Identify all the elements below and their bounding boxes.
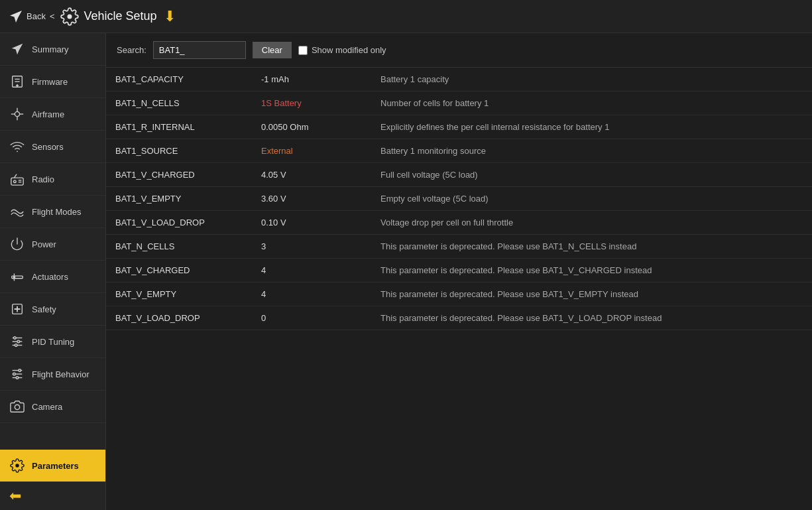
sidebar-label-flight-behavior: Flight Behavior <box>32 369 89 379</box>
param-description: This parameter is deprecated. Please use… <box>371 259 812 283</box>
show-modified-text: Show modified only <box>312 45 386 55</box>
sidebar-item-power[interactable]: Power <box>0 228 105 261</box>
sidebar-label-sensors: Sensors <box>32 142 64 152</box>
table-row[interactable]: BAT1_V_EMPTY3.60 VEmpty cell voltage (5C… <box>106 187 812 211</box>
pid-tuning-icon <box>9 334 25 350</box>
gear-icon <box>60 7 79 26</box>
svg-point-31 <box>13 373 16 375</box>
sidebar-item-pid-tuning[interactable]: PID Tuning <box>0 326 105 358</box>
sidebar-label-camera: Camera <box>32 402 62 412</box>
svg-line-13 <box>14 174 17 178</box>
param-name: BAT_N_CELLS <box>106 235 252 259</box>
param-description: Voltage drop per cell on full throttle <box>371 211 812 235</box>
vehicle-setup-title: Vehicle Setup <box>60 7 157 26</box>
param-name: BAT1_V_CHARGED <box>106 163 252 187</box>
sidebar-item-radio[interactable]: Radio <box>0 163 105 196</box>
sidebar-item-flight-behavior[interactable]: Flight Behavior <box>0 358 105 391</box>
sidebar-label-summary: Summary <box>32 44 69 54</box>
sidebar-item-sensors[interactable]: Sensors <box>0 131 105 163</box>
svg-point-27 <box>15 344 17 347</box>
table-row[interactable]: BAT_V_EMPTY4This parameter is deprecated… <box>106 283 812 306</box>
table-row[interactable]: BAT_V_CHARGED4This parameter is deprecat… <box>106 259 812 283</box>
param-description: This parameter is deprecated. Please use… <box>371 235 812 259</box>
svg-point-3 <box>15 111 19 116</box>
sidebar-label-flight-modes: Flight Modes <box>32 207 81 217</box>
param-description: Explicitly defines the per cell internal… <box>371 115 812 139</box>
power-icon <box>9 236 25 252</box>
table-row[interactable]: BAT1_SOURCEExternalBattery 1 monitoring … <box>106 139 812 163</box>
download-arrow-icon: ⬇ <box>164 8 176 25</box>
table-row[interactable]: BAT1_R_INTERNAL0.0050 OhmExplicitly defi… <box>106 115 812 139</box>
param-description: Empty cell voltage (5C load) <box>371 187 812 211</box>
flight-modes-icon <box>9 204 25 220</box>
param-name: BAT1_SOURCE <box>106 139 252 163</box>
param-name: BAT1_V_LOAD_DROP <box>106 211 252 235</box>
svg-point-16 <box>13 276 16 279</box>
back-label: Back <box>27 11 46 21</box>
back-button[interactable]: Back < <box>8 9 55 25</box>
show-modified-checkbox[interactable] <box>298 46 308 55</box>
show-modified-label[interactable]: Show modified only <box>298 45 386 55</box>
flight-behavior-icon <box>9 366 25 382</box>
param-description: This parameter is deprecated. Please use… <box>371 283 812 306</box>
param-description: Number of cells for battery 1 <box>371 92 812 115</box>
bottom-arrow: ⬅ <box>0 482 105 510</box>
param-value: External <box>252 139 371 163</box>
sidebar-item-firmware[interactable]: Firmware <box>0 66 105 98</box>
sidebar-item-safety[interactable]: Safety <box>0 293 105 326</box>
param-name: BAT1_R_INTERNAL <box>106 115 252 139</box>
sidebar-item-airframe[interactable]: Airframe <box>0 98 105 131</box>
firmware-icon <box>9 74 25 90</box>
param-name: BAT1_CAPACITY <box>106 68 252 92</box>
param-name: BAT1_N_CELLS <box>106 92 252 115</box>
param-value: 0 <box>252 306 371 330</box>
plane-icon <box>8 9 24 25</box>
safety-icon <box>9 301 25 317</box>
param-name: BAT1_V_EMPTY <box>106 187 252 211</box>
param-value: 3.60 V <box>252 187 371 211</box>
table-row[interactable]: BAT1_V_LOAD_DROP0.10 VVoltage drop per c… <box>106 211 812 235</box>
page-title: Vehicle Setup <box>84 9 157 23</box>
chevron: < <box>50 11 55 21</box>
parameters-gear-icon <box>9 458 25 474</box>
svg-point-34 <box>15 405 19 409</box>
svg-point-33 <box>16 377 19 379</box>
param-description: Battery 1 monitoring source <box>371 139 812 163</box>
table-row[interactable]: BAT_N_CELLS3This parameter is deprecated… <box>106 235 812 259</box>
param-name: BAT_V_LOAD_DROP <box>106 306 252 330</box>
table-row[interactable]: BAT1_N_CELLS1S BatteryNumber of cells fo… <box>106 92 812 115</box>
plane-nav-icon <box>9 41 25 57</box>
sidebar-label-power: Power <box>32 239 56 249</box>
param-value: -1 mAh <box>252 68 371 92</box>
param-value: 4.05 V <box>252 163 371 187</box>
sidebar-item-flight-modes[interactable]: Flight Modes <box>0 196 105 228</box>
table-row[interactable]: BAT1_V_CHARGED4.05 VFull cell voltage (5… <box>106 163 812 187</box>
actuators-icon <box>9 269 25 285</box>
svg-point-23 <box>14 337 17 340</box>
sidebar-label-airframe: Airframe <box>32 109 64 119</box>
sidebar-label-pid-tuning: PID Tuning <box>32 337 74 347</box>
sidebar-label-safety: Safety <box>32 304 56 314</box>
param-value: 0.0050 Ohm <box>252 115 371 139</box>
param-name: BAT_V_EMPTY <box>106 283 252 306</box>
radio-icon <box>9 171 25 187</box>
camera-icon <box>9 399 25 414</box>
sidebar-label-parameters: Parameters <box>32 461 79 471</box>
airframe-icon <box>9 106 25 122</box>
sidebar-item-parameters[interactable]: Parameters <box>0 450 105 482</box>
svg-point-10 <box>14 180 17 183</box>
table-row[interactable]: BAT1_CAPACITY-1 mAhBattery 1 capacity <box>106 68 812 92</box>
table-row[interactable]: BAT_V_LOAD_DROP0This parameter is deprec… <box>106 306 812 330</box>
main-layout: Summary Firmware <box>0 33 812 510</box>
svg-point-29 <box>19 369 21 372</box>
header: Back < Vehicle Setup ⬇ <box>0 0 812 33</box>
sidebar-item-actuators[interactable]: Actuators <box>0 261 105 293</box>
sensors-icon <box>9 139 25 155</box>
svg-point-8 <box>17 151 18 152</box>
sidebar-item-camera[interactable]: Camera <box>0 391 105 423</box>
search-input[interactable] <box>153 41 246 59</box>
clear-button[interactable]: Clear <box>253 42 292 58</box>
sidebar-item-summary[interactable]: Summary <box>0 33 105 66</box>
param-value: 0.10 V <box>252 211 371 235</box>
svg-rect-9 <box>11 178 23 185</box>
